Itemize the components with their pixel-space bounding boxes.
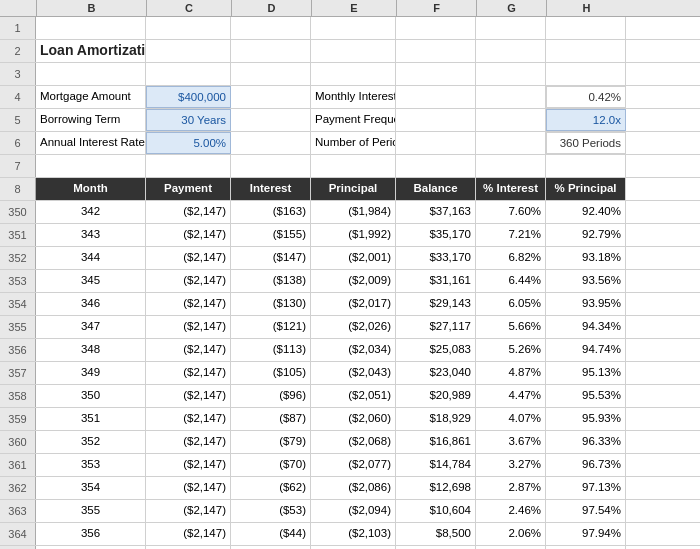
cell-month: 349 [36, 362, 146, 384]
col-header-d: D [231, 0, 311, 16]
header-interest: Interest [231, 178, 311, 200]
cell-f6 [396, 132, 476, 154]
table-row: 360 352 ($2,147) ($79) ($2,068) $16,861 … [0, 431, 700, 454]
col-header-g: G [476, 0, 546, 16]
cell-interest: ($53) [231, 500, 311, 522]
cell-balance: $27,117 [396, 316, 476, 338]
rownum-data: 360 [0, 431, 36, 453]
corner-cell [0, 0, 36, 16]
cell-interest: ($87) [231, 408, 311, 430]
cell-month: 345 [36, 270, 146, 292]
cell-interest: ($147) [231, 247, 311, 269]
table-row: 361 353 ($2,147) ($70) ($2,077) $14,784 … [0, 454, 700, 477]
cell-g5 [476, 109, 546, 131]
cell-pct-interest: 4.47% [476, 385, 546, 407]
cell-payment: ($2,147) [146, 454, 231, 476]
cell-principal: ($2,017) [311, 293, 396, 315]
cell-month: 346 [36, 293, 146, 315]
cell-e3 [311, 63, 396, 85]
cell-pct-interest: 4.87% [476, 362, 546, 384]
cell-month: 343 [36, 224, 146, 246]
cell-pct-principal: 97.13% [546, 477, 626, 499]
rownum-data: 358 [0, 385, 36, 407]
data-rows: 350 342 ($2,147) ($163) ($1,984) $37,163… [0, 201, 700, 549]
cell-balance: $29,143 [396, 293, 476, 315]
cell-b1 [36, 17, 146, 39]
table-row: 356 348 ($2,147) ($113) ($2,034) $25,083… [0, 339, 700, 362]
cell-pct-principal: 95.13% [546, 362, 626, 384]
cell-f4 [396, 86, 476, 108]
cell-e7 [311, 155, 396, 177]
cell-interest: ($70) [231, 454, 311, 476]
cell-interest: ($105) [231, 362, 311, 384]
cell-h7 [546, 155, 626, 177]
row-3: 3 [0, 63, 700, 86]
cell-interest: ($163) [231, 201, 311, 223]
row-1: 1 [0, 17, 700, 40]
cell-pct-principal: 95.93% [546, 408, 626, 430]
cell-pct-principal: 95.53% [546, 385, 626, 407]
cell-balance: $18,929 [396, 408, 476, 430]
cell-pct-interest: 2.06% [476, 523, 546, 545]
table-row: 350 342 ($2,147) ($163) ($1,984) $37,163… [0, 201, 700, 224]
rownum-data: 351 [0, 224, 36, 246]
cell-d7 [231, 155, 311, 177]
cell-payment: ($2,147) [146, 201, 231, 223]
rownum-4: 4 [0, 86, 36, 108]
header-balance: Balance [396, 178, 476, 200]
cell-balance: $14,784 [396, 454, 476, 476]
cell-interest: ($130) [231, 293, 311, 315]
cell-c3 [146, 63, 231, 85]
cell-month: 352 [36, 431, 146, 453]
cell-f7 [396, 155, 476, 177]
cell-g1 [476, 17, 546, 39]
cell-interest: ($96) [231, 385, 311, 407]
cell-c4-value[interactable]: $400,000 [146, 86, 231, 108]
col-header-b: B [36, 0, 146, 16]
cell-pct-interest: 5.26% [476, 339, 546, 361]
cell-c5-value[interactable]: 30 Years [146, 109, 231, 131]
cell-pct-principal: 97.54% [546, 500, 626, 522]
cell-g2 [476, 40, 546, 62]
cell-pct-interest: 7.21% [476, 224, 546, 246]
col-header-h: H [546, 0, 626, 16]
cell-month: 344 [36, 247, 146, 269]
cell-pct-principal: 93.56% [546, 270, 626, 292]
cell-balance: $25,083 [396, 339, 476, 361]
cell-month: 354 [36, 477, 146, 499]
cell-payment: ($2,147) [146, 362, 231, 384]
rownum-7: 7 [0, 155, 36, 177]
cell-f5 [396, 109, 476, 131]
col-header-c: C [146, 0, 231, 16]
col-header-e: E [311, 0, 396, 16]
cell-principal: ($1,992) [311, 224, 396, 246]
cell-interest: ($113) [231, 339, 311, 361]
rownum-data: 350 [0, 201, 36, 223]
rownum-6: 6 [0, 132, 36, 154]
cell-pct-interest: 3.67% [476, 431, 546, 453]
cell-f1 [396, 17, 476, 39]
table-row: 363 355 ($2,147) ($53) ($2,094) $10,604 … [0, 500, 700, 523]
cell-payment: ($2,147) [146, 523, 231, 545]
cell-pct-interest: 5.66% [476, 316, 546, 338]
cell-interest: ($138) [231, 270, 311, 292]
cell-balance: $20,989 [396, 385, 476, 407]
rownum-data: 359 [0, 408, 36, 430]
cell-g6 [476, 132, 546, 154]
cell-principal: ($2,034) [311, 339, 396, 361]
cell-c2 [146, 40, 231, 62]
cell-b5-label: Borrowing Term [36, 109, 146, 131]
cell-balance: $12,698 [396, 477, 476, 499]
cell-month: 351 [36, 408, 146, 430]
cell-month: 342 [36, 201, 146, 223]
rownum-data: 355 [0, 316, 36, 338]
cell-c6-value[interactable]: 5.00% [146, 132, 231, 154]
cell-e4-label: Monthly Interest Rate [311, 86, 396, 108]
row-8-header: 8 Month Payment Interest Principal Balan… [0, 178, 700, 201]
table-row: 353 345 ($2,147) ($138) ($2,009) $31,161… [0, 270, 700, 293]
cell-month: 355 [36, 500, 146, 522]
cell-pct-principal: 96.33% [546, 431, 626, 453]
cell-interest: ($44) [231, 523, 311, 545]
table-row: 351 343 ($2,147) ($155) ($1,992) $35,170… [0, 224, 700, 247]
rownum-data: 353 [0, 270, 36, 292]
